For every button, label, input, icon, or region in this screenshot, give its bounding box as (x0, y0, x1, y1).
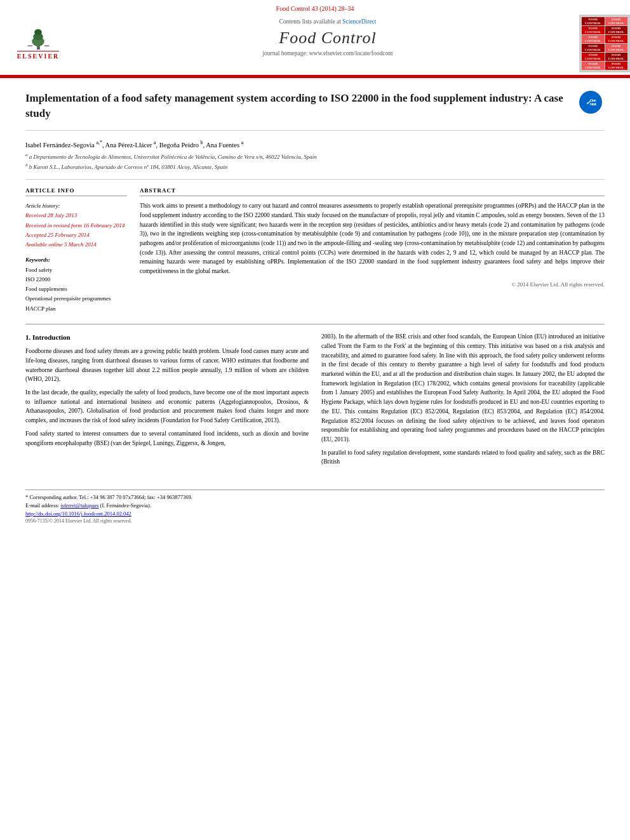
intro-right-col: 2003). In the aftermath of the BSE crisi… (321, 332, 605, 470)
email-suffix: (I. Fernández-Segovia). (100, 502, 151, 509)
keywords-title: Keywords: (25, 257, 127, 263)
abstract-text: This work aims to present a methodology … (140, 201, 605, 276)
affiliations: a a Departamento de Tecnología de Alimen… (25, 152, 605, 171)
cover-grid: FOODCONTROL FOODCONTROL FOODCONTROL FOOD… (579, 15, 630, 72)
journal-citation: Food Control 43 (2014) 28–34 (276, 5, 354, 12)
keyword-3: Food supplements (25, 284, 127, 294)
received-date: Received 28 July 2013 (25, 211, 127, 220)
keyword-2: ISO 22000 (25, 275, 127, 284)
cover-cell: FOODCONTROL (605, 35, 628, 43)
svg-point-3 (34, 29, 42, 35)
article-footer: * Corresponding author. Tel.: +34 96 387… (25, 490, 605, 528)
intro-p4: 2003). In the aftermath of the BSE crisi… (321, 332, 605, 444)
intro-p5: In parallel to food safety regulation de… (321, 448, 605, 467)
page: Food Control 43 (2014) 28–34 ELSEVIER (0, 0, 630, 840)
history-label: Article history: (25, 201, 127, 211)
svg-rect-5 (44, 45, 49, 46)
body-divider (25, 324, 605, 324)
copyright-line: © 2014 Elsevier Ltd. All rights reserved… (140, 281, 605, 288)
cover-cell: FOODCONTROL (605, 62, 628, 70)
article-info-abstract: ARTICLE INFO Article history: Received 2… (25, 179, 605, 314)
intro-p1: Foodborne diseases and food safety threa… (25, 347, 309, 384)
tree-icon (21, 28, 56, 50)
header-inner: ELSEVIER Contents lists available at Sci… (0, 15, 630, 72)
cover-cell: FOODCONTROL (605, 53, 628, 61)
keywords-list: Food safety ISO 22000 Food supplements O… (25, 265, 127, 314)
abstract-label: ABSTRACT (140, 187, 605, 196)
crossmark-icon: ✓CrossMark (579, 91, 602, 114)
email-link[interactable]: isferret@talupues (60, 502, 98, 509)
email-label: E-mail address: (25, 502, 59, 509)
accepted-date: Accepted 25 February 2014 (25, 230, 127, 240)
intro-left-col: 1. Introduction Foodborne diseases and f… (25, 332, 309, 470)
intro-heading: 1. Introduction (25, 332, 309, 343)
article-history: Article history: Received 28 July 2013 R… (25, 201, 127, 250)
keyword-1: Food safety (25, 265, 127, 275)
article-title-section: Implementation of a food safety manageme… (25, 91, 605, 131)
sciencedirect-link[interactable]: ScienceDirect (342, 18, 376, 25)
cover-cell: FOODCONTROL (605, 44, 628, 52)
cover-cell: FOODCONTROL (582, 62, 605, 70)
crossmark: ✓CrossMark (579, 91, 605, 116)
keyword-4: Operational prerequisite programmes (25, 294, 127, 303)
article-info-label: ARTICLE INFO (25, 187, 127, 196)
cover-cell: FOODCONTROL (582, 44, 605, 52)
contents-line: Contents lists available at ScienceDirec… (89, 18, 566, 25)
article-content: Implementation of a food safety manageme… (0, 78, 630, 490)
elsevier-text: ELSEVIER (17, 51, 60, 60)
authors-line: Isabel Fernández-Segovia a,*, Ana Pérez-… (25, 140, 605, 149)
article-title: Implementation of a food safety manageme… (25, 91, 569, 121)
journal-homepage: journal homepage: www.elsevier.com/locat… (89, 50, 566, 57)
cover-cell: FOODCONTROL (582, 53, 605, 61)
issn-line: 0956-7135/© 2014 Elsevier Ltd. All right… (25, 518, 605, 524)
introduction-section: 1. Introduction Foodborne diseases and f… (25, 332, 605, 470)
cover-cell: FOODCONTROL (582, 17, 605, 25)
email-line: E-mail address: isferret@talupues (I. Fe… (25, 502, 605, 509)
cover-cell: FOODCONTROL (582, 26, 605, 34)
elsevier-logo: ELSEVIER (10, 28, 67, 60)
cover-cell: FOODCONTROL (605, 26, 628, 34)
journal-title-center: Contents lists available at ScienceDirec… (76, 15, 579, 72)
food-control-cover: FOODCONTROL FOODCONTROL FOODCONTROL FOOD… (579, 15, 630, 72)
doi-link[interactable]: http://dx.doi.org/10.1016/j.foodcont.201… (25, 510, 131, 517)
doi-line: http://dx.doi.org/10.1016/j.foodcont.201… (25, 510, 605, 517)
keyword-5: HACCP plan (25, 304, 127, 314)
intro-p3: Food safety started to interest consumer… (25, 429, 309, 448)
journal-header: Food Control 43 (2014) 28–34 ELSEVIER (0, 0, 630, 76)
article-info-col: ARTICLE INFO Article history: Received 2… (25, 187, 127, 314)
available-date: Available online 5 March 2014 (25, 240, 127, 250)
cover-cell: FOODCONTROL (582, 35, 605, 43)
journal-name: Food Control (89, 29, 566, 48)
elsevier-logo-area: ELSEVIER (0, 15, 76, 72)
keywords-section: Keywords: Food safety ISO 22000 Food sup… (25, 257, 127, 314)
revised-date: Received in revised form 16 February 201… (25, 221, 127, 230)
journal-top-line: Food Control 43 (2014) 28–34 (0, 5, 630, 12)
footnote-line: * Corresponding author. Tel.: +34 96 387… (25, 494, 605, 500)
abstract-col: ABSTRACT This work aims to present a met… (140, 187, 605, 314)
intro-p2: In the last decade, the quality, especia… (25, 388, 309, 425)
cover-cell: FOODCONTROL (605, 17, 628, 25)
svg-rect-4 (27, 45, 32, 46)
